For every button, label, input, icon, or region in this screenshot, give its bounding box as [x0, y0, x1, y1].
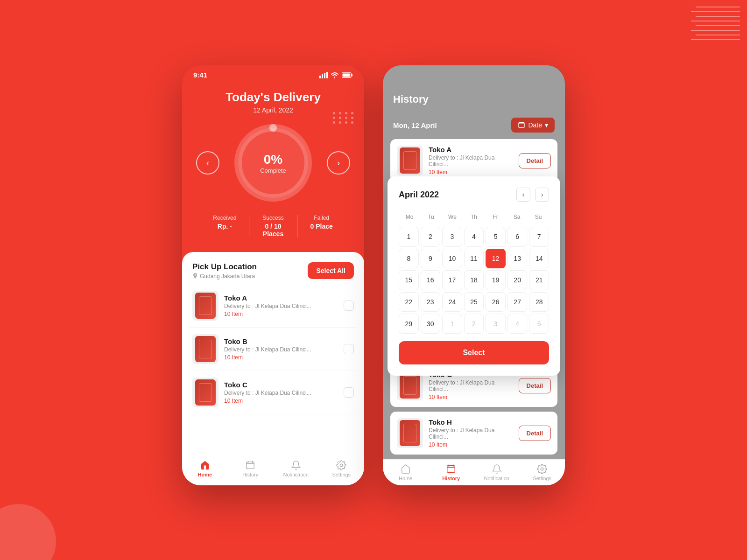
calendar-day[interactable]: 29 [399, 314, 419, 334]
day-fr: Fr [485, 211, 506, 223]
next-icon: › [337, 158, 340, 168]
item-thumbnail [397, 146, 423, 175]
calendar-icon [518, 121, 525, 129]
item-count: 10 Item [224, 354, 338, 361]
item-checkbox[interactable] [344, 301, 354, 311]
calendar-day[interactable]: 21 [529, 270, 549, 290]
date-filter-button[interactable]: Date ▾ [511, 118, 555, 133]
calendar-day[interactable]: 25 [464, 292, 484, 312]
nav-history-right[interactable]: History [429, 460, 474, 485]
status-bar: 9:41 [182, 65, 364, 79]
detail-button[interactable]: Detail [519, 153, 551, 168]
delivery-title: Today's Delivery [191, 90, 355, 105]
day-su: Su [528, 211, 549, 223]
calendar-day[interactable]: 4 [464, 227, 484, 247]
time-display: 9:41 [193, 71, 207, 79]
svg-point-21 [340, 464, 343, 467]
calendar-day[interactable]: 10 [442, 249, 462, 269]
calendar-day[interactable]: 1 [399, 227, 419, 247]
calendar-navigation: ‹ › [516, 188, 549, 202]
calendar-day[interactable]: 5 [529, 314, 549, 334]
chevron-down-icon: ▾ [545, 121, 548, 129]
nav-notification-right[interactable]: Notification [474, 460, 520, 485]
failed-label: Failed [302, 215, 341, 221]
received-value: Rp. - [205, 223, 244, 230]
item-name: Toko C [224, 381, 338, 389]
detail-button-g[interactable]: Detail [519, 378, 551, 393]
svg-rect-14 [343, 73, 350, 77]
cal-next-button[interactable]: › [535, 188, 549, 202]
calendar-select-button[interactable]: Select [399, 341, 549, 364]
history-card-h: Toko H Delivery to : Jl Kelapa Dua Cilin… [390, 412, 557, 455]
bottom-sheet: Pick Up Location Gudang Jakarta Utara Se… [182, 252, 364, 485]
calendar-day[interactable]: 19 [486, 270, 506, 290]
select-all-button[interactable]: Select All [308, 262, 354, 279]
calendar-day[interactable]: 12 [486, 249, 506, 269]
calendar-day[interactable]: 20 [507, 270, 528, 290]
calendar-day[interactable]: 14 [529, 249, 549, 269]
calendar-day[interactable]: 8 [399, 249, 419, 269]
calendar-day[interactable]: 2 [464, 314, 484, 334]
cal-prev-button[interactable]: ‹ [516, 188, 530, 202]
prev-button[interactable]: ‹ [196, 151, 219, 175]
history-count: 10 Item [429, 394, 513, 400]
bottom-nav-right: Home History Notification [383, 459, 565, 485]
prev-icon: ‹ [206, 158, 209, 168]
calendar-day[interactable]: 6 [507, 227, 528, 247]
history-cards-bottom: Toko G Delivery to : Jl Kelapa Dua Cilin… [390, 364, 557, 455]
calendar-day[interactable]: 1 [442, 314, 462, 334]
calendar-header: April 2022 ‹ › [399, 188, 549, 202]
success-label: Success [254, 215, 293, 221]
calendar-day[interactable]: 4 [507, 314, 528, 334]
next-button[interactable]: › [327, 151, 350, 175]
pickup-location: Gudang Jakarta Utara [192, 273, 257, 280]
detail-button-h[interactable]: Detail [519, 426, 551, 441]
calendar-day[interactable]: 3 [442, 227, 462, 247]
nav-settings-right[interactable]: Settings [520, 460, 565, 485]
item-checkbox[interactable] [344, 344, 354, 354]
location-text: Gudang Jakarta Utara [200, 273, 255, 280]
calendar-day[interactable]: 18 [464, 270, 484, 290]
progress-ring: 0% Complete [233, 123, 313, 203]
nav-settings-label: Settings [332, 472, 351, 477]
nav-home-right[interactable]: Home [383, 460, 429, 485]
day-we: We [442, 211, 463, 223]
calendar-day[interactable]: 28 [529, 292, 549, 312]
calendar-day[interactable]: 2 [421, 227, 441, 247]
stat-success: Success 0 / 10 Places [249, 215, 297, 238]
wifi-icon [331, 72, 339, 78]
item-thumbnail [397, 418, 423, 448]
calendar-day[interactable]: 23 [421, 292, 441, 312]
calendar-day[interactable]: 11 [464, 249, 484, 269]
notification-icon [291, 460, 301, 470]
history-name: Toko A [429, 146, 513, 154]
calendar-day[interactable]: 24 [442, 292, 462, 312]
calendar-day[interactable]: 9 [421, 249, 441, 269]
calendar-day[interactable]: 15 [399, 270, 419, 290]
nav-notification[interactable]: Notification [273, 452, 319, 485]
calendar-day[interactable]: 22 [399, 292, 419, 312]
location-icon [192, 273, 198, 280]
phones-container: 9:41 [182, 65, 565, 485]
calendar-day[interactable]: 30 [421, 314, 441, 334]
history-addr: Delivery to : Jl Kelapa Dua Cilinci... [429, 154, 513, 168]
calendar-day[interactable]: 3 [486, 314, 506, 334]
calendar-day[interactable]: 26 [486, 292, 506, 312]
history-addr: Delivery to : Jl Kelapa Dua Cilinci... [429, 379, 513, 392]
nav-settings[interactable]: Settings [319, 452, 365, 485]
nav-history[interactable]: History [228, 452, 274, 485]
date-btn-label: Date [528, 121, 542, 129]
nav-home[interactable]: Home [182, 452, 228, 485]
calendar-day[interactable]: 17 [442, 270, 462, 290]
calendar-day[interactable]: 5 [486, 227, 506, 247]
calendar-day[interactable]: 7 [529, 227, 549, 247]
svg-rect-17 [247, 462, 254, 469]
calendar-day[interactable]: 13 [507, 249, 528, 269]
calendar-day[interactable]: 16 [421, 270, 441, 290]
item-checkbox[interactable] [344, 387, 354, 398]
delivery-date: 12 April, 2022 [191, 106, 355, 114]
history-count: 10 Item [429, 441, 513, 448]
bottom-nav-left: Home History Notification [182, 452, 364, 485]
calendar-day[interactable]: 27 [507, 292, 528, 312]
day-tu: Tu [420, 211, 442, 223]
